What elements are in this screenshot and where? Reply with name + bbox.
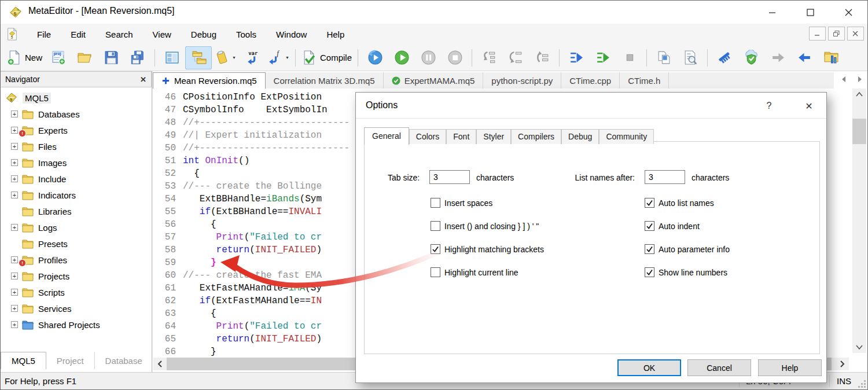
checkbox-highlight-matching-brackets[interactable]: Highlight matching brackets — [431, 244, 544, 254]
scroll-down-icon[interactable] — [852, 341, 866, 353]
expand-plus-icon[interactable]: + — [11, 289, 18, 296]
vscroll-thumb[interactable] — [852, 119, 866, 144]
maximize-button[interactable] — [791, 1, 829, 24]
navigator-item-databases[interactable]: +Databases — [1, 106, 152, 122]
checkbox-checked-icon[interactable] — [645, 221, 654, 231]
scroll-right-icon[interactable] — [836, 358, 849, 370]
profiler-stop-button[interactable] — [616, 46, 643, 69]
options-tab-debug[interactable]: Debug — [561, 129, 599, 144]
navigator-root-item[interactable]: 5MQL5 — [1, 90, 152, 106]
toggle-navigator-button[interactable] — [185, 46, 212, 69]
navigator-item-libraries[interactable]: Libraries — [1, 203, 152, 219]
checkbox-insert-and-closing-[interactable]: Insert () and closing } ] ) ' " — [431, 221, 539, 231]
options-tab-general[interactable]: General — [364, 127, 409, 145]
vertical-scrollbar[interactable] — [852, 89, 866, 353]
navigator-item-indicators[interactable]: +Indicators — [1, 187, 152, 203]
navigator-item-experts-dat[interactable]: experts.dat — [1, 333, 152, 333]
insert-function-button[interactable]: f▼ — [265, 46, 292, 69]
debug-pause-button[interactable] — [415, 46, 442, 69]
editor-tab-expertmama-mq5[interactable]: ExpertMAMA.mq5 — [384, 72, 484, 89]
checkbox-unchecked-icon[interactable] — [431, 198, 440, 208]
open-file-button[interactable] — [71, 46, 98, 69]
options-tab-font[interactable]: Font — [446, 129, 476, 144]
mdi-minimize-button[interactable] — [809, 27, 826, 41]
navigator-item-logs[interactable]: +Logs — [1, 219, 152, 236]
save-button[interactable] — [98, 46, 124, 69]
navigator-tab-database[interactable]: Database — [95, 352, 153, 369]
navigator-tab-project[interactable]: Project — [46, 352, 95, 369]
mdi-close-button[interactable] — [847, 27, 864, 41]
help-button[interactable]: Help — [758, 359, 822, 376]
ok-button[interactable]: OK — [617, 359, 681, 376]
menu-file[interactable]: File — [27, 25, 61, 43]
expand-plus-icon[interactable]: + — [11, 321, 18, 328]
checkbox-checked-icon[interactable] — [645, 198, 654, 208]
dialog-help-icon[interactable]: ? — [761, 98, 777, 113]
new-file-button[interactable]: New — [4, 46, 45, 69]
mql5-storage-button[interactable] — [738, 46, 764, 69]
options-tab-colors[interactable]: Colors — [409, 129, 446, 144]
profiler-start-button[interactable] — [590, 46, 616, 69]
expand-plus-icon[interactable]: + — [11, 192, 18, 198]
step-out-button[interactable] — [529, 46, 556, 69]
minimize-button[interactable] — [753, 1, 791, 24]
checkbox-auto-indent[interactable]: Auto indent — [645, 221, 700, 231]
checkbox-checked-icon[interactable] — [645, 267, 654, 277]
navigator-item-shared-projects[interactable]: +Shared Projects — [1, 317, 152, 333]
expand-plus-icon[interactable]: + — [11, 305, 18, 312]
debug-start-button[interactable] — [388, 46, 415, 69]
tab-scroll-left-icon[interactable] — [841, 75, 847, 85]
expand-plus-icon[interactable]: + — [11, 256, 18, 263]
step-over-button[interactable] — [502, 46, 529, 69]
editor-tab-ctime-h[interactable]: CTime.h — [620, 72, 669, 89]
checkbox-checked-icon[interactable] — [431, 244, 440, 254]
navigator-item-images[interactable]: +Images — [1, 154, 152, 171]
navigator-item-services[interactable]: +Services — [1, 300, 152, 317]
new-project-button[interactable]: proj — [45, 46, 71, 69]
styler-button[interactable] — [711, 46, 738, 69]
checkbox-auto-list-names[interactable]: Auto list names — [645, 198, 714, 208]
editor-tab-ctime-cpp[interactable]: CTime.cpp — [561, 72, 620, 89]
expand-plus-icon[interactable]: + — [11, 127, 18, 134]
menu-window[interactable]: Window — [266, 25, 317, 43]
list-names-input[interactable] — [645, 170, 685, 184]
attach-file-button[interactable]: ▼ — [212, 46, 238, 69]
navigator-item-profiles[interactable]: +!Profiles — [1, 252, 152, 268]
expand-plus-icon[interactable]: + — [11, 273, 18, 279]
tab-size-input[interactable] — [429, 170, 470, 184]
search-in-files-button[interactable] — [677, 46, 704, 69]
editor-tab-python-script-py[interactable]: python-script.py — [483, 72, 561, 89]
options-tab-compilers[interactable]: Compilers — [511, 129, 561, 144]
options-tab-styler[interactable]: Styler — [476, 129, 511, 144]
expand-plus-icon[interactable]: + — [11, 143, 18, 150]
tab-scroll-right-icon[interactable] — [857, 75, 863, 85]
mdi-restore-button[interactable] — [828, 27, 845, 41]
profiler-history-button[interactable] — [563, 46, 590, 69]
navigator-item-files[interactable]: +Files — [1, 138, 152, 154]
navigator-close-icon[interactable]: ✕ — [140, 75, 146, 84]
navigator-item-include[interactable]: +Include — [1, 171, 152, 187]
debug-history-button[interactable] — [362, 46, 388, 69]
checkbox-auto-parameter-info[interactable]: Auto parameter info — [645, 244, 730, 254]
resize-grip[interactable] — [859, 381, 866, 388]
compile-button[interactable]: Compile — [299, 46, 354, 69]
checkbox-insert-spaces[interactable]: Insert spaces — [431, 198, 492, 208]
checkbox-show-line-numbers[interactable]: Show line numbers — [645, 267, 727, 277]
menu-help[interactable]: Help — [317, 25, 354, 43]
expand-plus-icon[interactable]: + — [11, 111, 18, 117]
options-tab-community[interactable]: Community — [599, 129, 654, 144]
menu-search[interactable]: Search — [95, 25, 143, 43]
cancel-button[interactable]: Cancel — [687, 359, 751, 376]
navigator-tab-mql5[interactable]: MQL5 — [1, 352, 46, 369]
checkbox-unchecked-icon[interactable] — [431, 221, 440, 231]
copy-button[interactable] — [650, 46, 677, 69]
step-into-button[interactable] — [476, 46, 502, 69]
expand-plus-icon[interactable]: + — [11, 224, 18, 231]
menu-tools[interactable]: Tools — [226, 25, 266, 43]
checkbox-highlight-current-line[interactable]: Highlight current line — [431, 267, 518, 277]
debug-stop-button[interactable] — [442, 46, 468, 69]
menu-debug[interactable]: Debug — [181, 25, 226, 43]
checkbox-checked-icon[interactable] — [645, 244, 654, 254]
save-all-button[interactable] — [124, 46, 151, 69]
checkbox-unchecked-icon[interactable] — [431, 267, 440, 277]
